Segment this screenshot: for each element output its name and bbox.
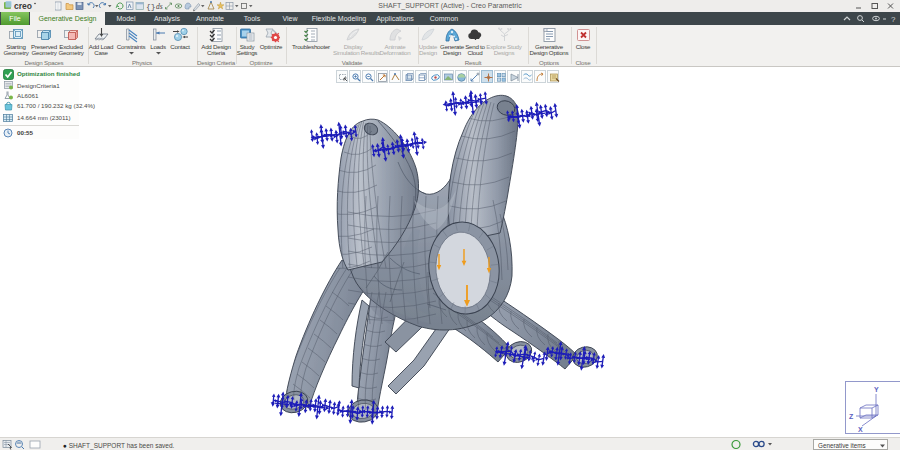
svg-text:?: ? <box>891 15 896 24</box>
svg-text:Z: Z <box>849 413 854 420</box>
svg-text:X: X <box>858 426 863 433</box>
svg-text:Y: Y <box>874 386 879 393</box>
